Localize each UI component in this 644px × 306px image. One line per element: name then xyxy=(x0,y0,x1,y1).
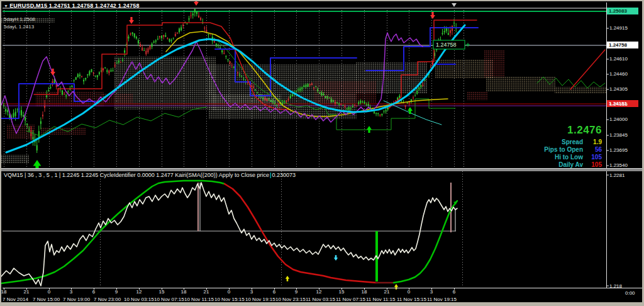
date-tick-label: 11 Nov 03:15 xyxy=(306,297,335,302)
date-tick-label: 7 Nov 15:00 xyxy=(33,297,60,302)
hour-tick-label: 18 xyxy=(181,289,187,295)
indicator-scale-high: 1.2281 xyxy=(609,173,625,178)
svg-text:1.24758: 1.24758 xyxy=(436,42,457,48)
y-axis-tick-label: 1.24000 xyxy=(609,116,628,122)
y-axis-tick-label: 1.24915 xyxy=(609,25,628,31)
hour-tick-label: 6 xyxy=(273,289,275,295)
fiveday-high-label: 5dayH 1.2508 xyxy=(4,16,35,22)
y-axis-tick-label: 1.24305 xyxy=(609,86,628,92)
pips-to-open-value: 56 xyxy=(587,146,602,153)
hour-tick-label: 0 xyxy=(408,289,410,295)
sell-signal-arrow-icon xyxy=(194,1,199,6)
sell-signal-arrow-icon xyxy=(334,255,338,261)
hour-tick-label: 12 xyxy=(136,289,142,295)
current-price-display: 1.2476 xyxy=(567,124,602,137)
date-tick-label: 10 Nov 19:15 xyxy=(245,297,275,302)
hour-tick-label: 9 xyxy=(115,289,118,295)
date-tick-label: 10 Nov 23:15 xyxy=(275,297,306,302)
buy-signal-arrow-icon xyxy=(394,284,398,290)
spread-row: Spread1.9 xyxy=(562,139,602,145)
hi-to-low-value: 105 xyxy=(587,154,602,161)
corner-time-label: 0:00 xyxy=(625,290,635,296)
hour-tick-label: 6 xyxy=(92,289,95,295)
hi-to-low-row: Hi to Low105 xyxy=(555,154,602,161)
date-tick-label: 10 Nov 11:15 xyxy=(184,297,214,302)
price-box-current: 1.24758 xyxy=(607,42,638,48)
mt4-chart-window: 1.24758 ▼EURUSD,M15 1.24751 1.24758 1.24… xyxy=(0,0,644,306)
hour-tick-label: 0 xyxy=(228,289,230,295)
spread-label: Spread xyxy=(562,139,583,145)
y-axis-tick-label: 1.24460 xyxy=(609,71,628,77)
hour-tick-label: 18 xyxy=(362,289,367,295)
date-tick-label: 7 Nov 2014 xyxy=(3,297,28,302)
pips-to-open-label: Pips to Open xyxy=(544,146,583,153)
y-axis-tick-label: 1.23540 xyxy=(609,162,628,168)
chart-canvas[interactable]: 1.24758 xyxy=(1,1,644,306)
price-label-box: 1.24758 xyxy=(433,40,470,49)
chart-title: ▼EURUSD,M15 1.24751 1.24758 1.24742 1.24… xyxy=(4,3,140,9)
buy-signal-arrow-icon xyxy=(367,126,372,133)
price-box-5day-high: 1.25083 xyxy=(607,8,638,14)
hour-tick-label: 3 xyxy=(430,289,433,295)
date-tick-label: 7 Nov 19:00 xyxy=(63,297,90,302)
date-tick-label: 10 Nov 03:15 xyxy=(124,297,154,302)
ichimoku-clouds xyxy=(1,18,607,164)
buy-signal-arrow-icon xyxy=(286,276,289,281)
daily-av-label: Daily Av xyxy=(558,161,583,168)
date-tick-label: 7 Nov 23:00 xyxy=(94,297,121,302)
market-info-panel: 1.2476 xyxy=(567,124,602,137)
sell-signal-arrow-icon xyxy=(430,12,435,19)
hi-to-low-label: Hi to Low xyxy=(555,154,583,161)
date-tick-label: 11 Nov 07:15 xyxy=(336,297,365,302)
hour-tick-label: 9 xyxy=(295,289,297,295)
y-axis-tick-label: 1.23845 xyxy=(609,132,628,138)
date-tick-label: 10 Nov 15:15 xyxy=(214,297,245,302)
hour-tick-label: 0 xyxy=(48,289,50,295)
hour-tick-label: 3 xyxy=(250,289,253,295)
sell-signal-arrow-icon xyxy=(129,17,134,24)
indicator-scale-low: 1.218 xyxy=(609,283,622,289)
hour-tick-label: 12 xyxy=(316,289,322,295)
indicator-header: VQM15 | 36 , 3 , 5 , 1 | 1.2245 1.2245 C… xyxy=(4,172,296,178)
hour-tick-label: 21 xyxy=(204,289,209,295)
hour-tick-label: 15 xyxy=(159,289,165,295)
date-tick-label: 11 Nov 19:15 xyxy=(427,297,457,302)
date-tick-label: 11 Nov 11:15 xyxy=(366,297,395,302)
date-tick-label: 10 Nov 07:15 xyxy=(154,297,184,302)
hour-tick-label: 3 xyxy=(70,289,72,295)
hour-tick-label: 21 xyxy=(384,289,390,295)
pips-to-open-row: Pips to Open56 xyxy=(544,146,602,153)
symbol-ohlc-title: EURUSD,M15 1.24751 1.24758 1.24742 1.247… xyxy=(9,3,140,9)
indicator-pane xyxy=(1,181,457,290)
daily-av-value: 105 xyxy=(587,161,602,168)
daily-av-row: Daily Av105 xyxy=(558,161,602,168)
y-axis-tick-label: 1.23695 xyxy=(609,147,628,153)
date-tick-label: 11 Nov 15:15 xyxy=(397,297,426,302)
y-axis-tick-label: 1.24610 xyxy=(609,56,628,62)
spread-value: 1.9 xyxy=(587,139,602,145)
symbol-dropdown-arrow-icon[interactable]: ▼ xyxy=(4,4,8,8)
hour-tick-label: 15 xyxy=(339,289,345,295)
hour-tick-label: 21 xyxy=(24,289,30,295)
buy-signal-arrow-icon xyxy=(408,107,413,114)
fiveday-low-label: 5dayL 1.2413 xyxy=(4,24,34,30)
hour-tick-label: 18 xyxy=(1,289,7,295)
hour-tick-label: 6 xyxy=(453,289,455,295)
timeline-marker-icon xyxy=(452,3,457,7)
indicator-header-text: VQM15 | 36 , 3 , 5 , 1 | 1.2245 1.2245 C… xyxy=(4,172,269,178)
indicator-header-value: 0.230073 xyxy=(272,172,296,178)
y-axis-tick-label: 1.24155 xyxy=(609,101,628,107)
